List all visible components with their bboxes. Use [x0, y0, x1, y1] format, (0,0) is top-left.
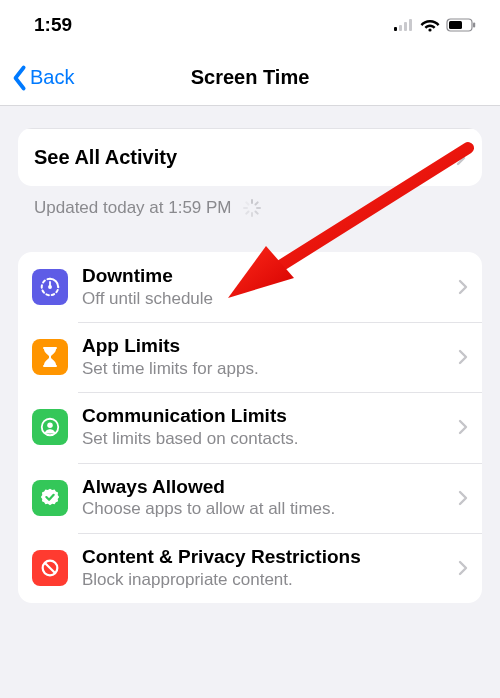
cellular-icon: [394, 19, 414, 31]
svg-rect-7: [473, 23, 475, 28]
svg-point-4: [428, 28, 431, 31]
updated-label: Updated today at 1:59 PM: [34, 198, 232, 218]
see-all-activity-label: See All Activity: [34, 146, 177, 169]
back-button[interactable]: Back: [0, 64, 74, 92]
hourglass-icon: [32, 339, 68, 375]
row-title: Downtime: [82, 265, 450, 288]
chevron-left-icon: [10, 64, 28, 92]
svg-line-23: [45, 563, 55, 573]
chevron-right-icon: [458, 419, 468, 435]
activity-group: See All Activity: [18, 128, 482, 186]
svg-rect-6: [449, 21, 462, 29]
svg-rect-19: [43, 365, 57, 367]
svg-rect-0: [394, 27, 397, 31]
battery-icon: [446, 18, 476, 32]
status-right: [394, 18, 476, 32]
svg-rect-2: [404, 22, 407, 31]
svg-rect-3: [409, 19, 412, 31]
row-title: App Limits: [82, 335, 450, 358]
spinner-icon: [242, 198, 262, 218]
check-badge-icon: [32, 480, 68, 516]
row-sub: Block inappropriate content.: [82, 570, 450, 590]
settings-group: Downtime Off until schedule App Limits S…: [18, 252, 482, 603]
chevron-right-icon: [458, 349, 468, 365]
row-title: Content & Privacy Restrictions: [82, 546, 450, 569]
nav-bar: Back Screen Time: [0, 50, 500, 106]
back-label: Back: [30, 66, 74, 89]
row-communication-limits[interactable]: Communication Limits Set limits based on…: [18, 392, 482, 462]
see-all-activity-row[interactable]: See All Activity: [18, 129, 482, 186]
chevron-right-icon: [458, 560, 468, 576]
chevron-right-icon: [458, 490, 468, 506]
downtime-icon: [32, 269, 68, 305]
status-bar: 1:59: [0, 0, 500, 50]
contact-icon: [32, 409, 68, 445]
page-title: Screen Time: [0, 66, 500, 89]
svg-rect-1: [399, 25, 402, 31]
row-title: Always Allowed: [82, 476, 450, 499]
svg-rect-18: [43, 347, 57, 349]
row-downtime[interactable]: Downtime Off until schedule: [18, 252, 482, 322]
wifi-icon: [420, 18, 440, 32]
row-app-limits[interactable]: App Limits Set time limits for apps.: [18, 322, 482, 392]
scroll-area: See All Activity Updated today at 1:59 P…: [0, 128, 500, 603]
no-symbol-icon: [32, 550, 68, 586]
row-sub: Off until schedule: [82, 289, 450, 309]
row-sub: Set limits based on contacts.: [82, 429, 450, 449]
row-always-allowed[interactable]: Always Allowed Choose apps to allow at a…: [18, 463, 482, 533]
row-content-privacy[interactable]: Content & Privacy Restrictions Block ina…: [18, 533, 482, 603]
svg-line-11: [255, 212, 257, 214]
chevron-right-icon: [456, 150, 466, 166]
svg-line-9: [255, 202, 257, 204]
status-time: 1:59: [34, 14, 72, 36]
row-sub: Choose apps to allow at all times.: [82, 499, 450, 519]
svg-line-15: [246, 202, 248, 204]
svg-point-21: [47, 423, 53, 429]
svg-line-13: [246, 212, 248, 214]
row-title: Communication Limits: [82, 405, 450, 428]
chevron-right-icon: [458, 279, 468, 295]
updated-row: Updated today at 1:59 PM: [18, 186, 482, 218]
row-sub: Set time limits for apps.: [82, 359, 450, 379]
